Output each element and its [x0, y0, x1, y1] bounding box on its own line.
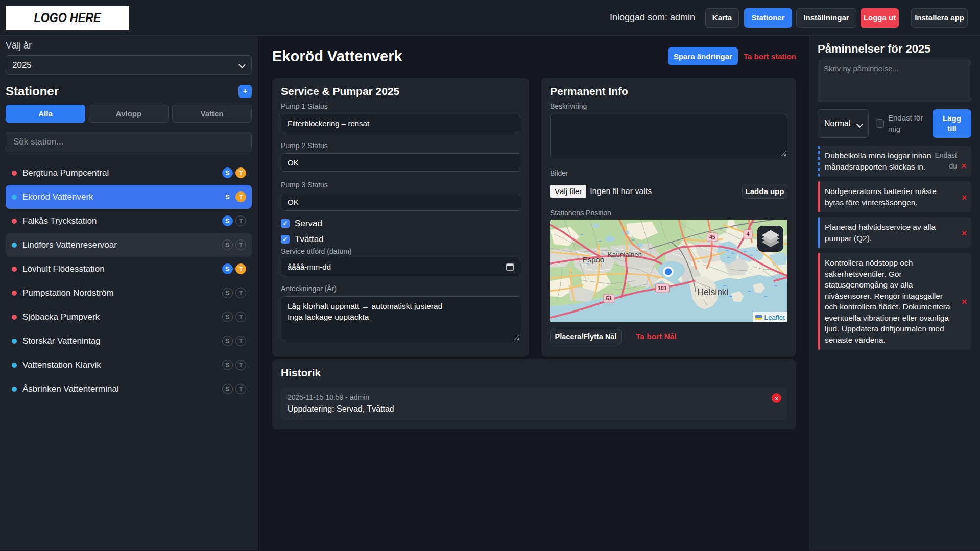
svg-text:Kauniainen: Kauniainen: [608, 251, 642, 258]
svg-text:Helsinki: Helsinki: [697, 287, 728, 297]
svg-text:51: 51: [606, 296, 612, 301]
svg-text:Espoo: Espoo: [583, 255, 604, 264]
svg-text:101: 101: [658, 285, 667, 291]
svg-text:4: 4: [747, 231, 750, 237]
svg-text:45: 45: [709, 234, 715, 240]
